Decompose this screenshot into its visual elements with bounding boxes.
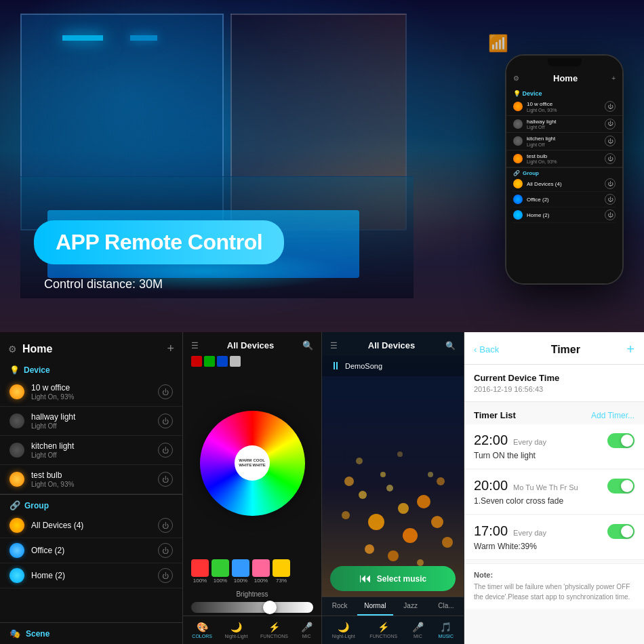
ss1-power-0[interactable]: ⏻ bbox=[158, 384, 173, 399]
ss4-current-device-time: 2016-12-19 16:56:43 bbox=[474, 385, 635, 393]
ss4-toggle-thumb-2 bbox=[621, 525, 633, 538]
phone-device-3: test bulb Light On, 93% ⏻ bbox=[506, 150, 622, 168]
phone-group-power-home[interactable]: ⏻ bbox=[605, 209, 616, 220]
ss1-power-1[interactable]: ⏻ bbox=[158, 414, 173, 428]
phone-power-3[interactable]: ⏻ bbox=[605, 153, 616, 164]
swatch-green[interactable] bbox=[212, 559, 229, 577]
wheel-center: WARMWHITE COOLWHITE bbox=[235, 445, 270, 481]
ss2-nav-mic[interactable]: 🎤 MIC bbox=[301, 622, 313, 639]
phone-bulb-active bbox=[513, 102, 523, 111]
ss1-power-2[interactable]: ⏻ bbox=[158, 443, 173, 458]
ss4-back-button[interactable]: ‹ Back bbox=[474, 344, 499, 355]
ss1-device-2[interactable]: kitchen light Light Off ⏻ bbox=[0, 436, 182, 465]
swatch-red[interactable] bbox=[191, 559, 209, 577]
ss4-timer-desc-1: 1.Seven color cross fade bbox=[474, 496, 635, 506]
ss4-toggle-0[interactable] bbox=[607, 433, 635, 448]
ss1-group-home[interactable]: Home (2) ⏻ bbox=[0, 563, 182, 588]
phone-mockup: ⚙ Home + 💡 Device 10 w office Light On, … bbox=[505, 54, 624, 285]
phone-device-section: 💡 Device bbox=[506, 87, 622, 98]
ss3-nav-functions[interactable]: ⚡ FUNCTIONS bbox=[369, 622, 397, 639]
hero-subtitle: Control distance: 30M bbox=[44, 277, 163, 291]
ss4-timer-desc-0: Turn ON the light bbox=[474, 451, 635, 460]
phone-power-1[interactable]: ⏻ bbox=[605, 119, 616, 129]
phone-gear-icon: ⚙ bbox=[513, 75, 519, 82]
ss4-toggle-thumb-1 bbox=[621, 480, 633, 492]
ss2-mic-icon: 🎤 bbox=[301, 622, 313, 632]
ss1-title: Home bbox=[22, 343, 52, 355]
ss4-toggle-2[interactable] bbox=[607, 524, 635, 539]
ss3-music-icon: 🎵 bbox=[440, 622, 451, 632]
swatch-blue-pct: 100% bbox=[234, 578, 247, 584]
hero-title-box: APP Remote Control bbox=[34, 220, 284, 264]
ss3-pause-button[interactable]: ⏸ bbox=[330, 360, 341, 372]
ss3-genre-jazz[interactable]: Jazz bbox=[393, 597, 428, 616]
ss2-nav-nightlight[interactable]: 🌙 Night-Light bbox=[225, 622, 248, 639]
ss2-nav-colors[interactable]: 🎨 COLORS bbox=[192, 622, 212, 639]
ss2-brightness-label: Brightness bbox=[183, 589, 321, 599]
ss3-genre-rock[interactable]: Rock bbox=[322, 597, 357, 616]
screenshot-timer: ‹ Back Timer + Current Device Time 2016-… bbox=[464, 332, 644, 644]
ss4-add-timer-button[interactable]: Add Timer... bbox=[591, 411, 635, 420]
ss1-device-section: 💡 Device bbox=[0, 361, 182, 378]
ss3-select-music-button[interactable]: ⏮ Select music bbox=[330, 566, 456, 591]
phone-group-power-office[interactable]: ⏻ bbox=[605, 194, 616, 205]
ss4-note-text: The timer will be failure when 'physical… bbox=[474, 582, 635, 602]
ss1-group-all[interactable]: All Devices (4) ⏻ bbox=[0, 513, 182, 538]
ss1-group-office-bulb bbox=[9, 543, 24, 558]
rgb-red bbox=[191, 356, 202, 367]
ss3-nav-music[interactable]: 🎵 MUSIC bbox=[439, 622, 454, 639]
ss1-group-power-office[interactable]: ⏻ bbox=[158, 543, 173, 558]
ss1-group-power-home[interactable]: ⏻ bbox=[158, 568, 173, 583]
ss2-rgb-squares bbox=[183, 356, 321, 372]
ss2-nav-functions[interactable]: ⚡ FUNCTIONS bbox=[260, 622, 288, 639]
phone-power-2[interactable]: ⏻ bbox=[605, 136, 616, 146]
phone-power-0[interactable]: ⏻ bbox=[605, 101, 616, 112]
ss4-timer-list-header: Timer List Add Timer... bbox=[464, 402, 644, 424]
ss3-mic-label: MIC bbox=[414, 634, 422, 639]
ss1-scene-bar: 🎭 Scene bbox=[0, 622, 182, 644]
ss2-title: All Devices bbox=[227, 340, 274, 350]
ss1-device-3[interactable]: test bulb Light On, 93% ⏻ bbox=[0, 465, 182, 494]
ss1-group-power-all[interactable]: ⏻ bbox=[158, 518, 173, 533]
ss1-header: ⚙ Home + bbox=[0, 332, 182, 361]
ss2-search-icon[interactable]: 🔍 bbox=[302, 340, 313, 350]
phone-dev-name-0: 10 w office bbox=[527, 101, 605, 108]
wheel-warm-label: WARMWHITE bbox=[239, 458, 251, 467]
ss1-bulb-3 bbox=[9, 472, 24, 487]
ss4-plus-button[interactable]: + bbox=[626, 342, 635, 357]
phone-group-home: Home (2) ⏻ bbox=[513, 207, 616, 223]
ss4-header: ‹ Back Timer + bbox=[464, 332, 644, 365]
swatch-blue[interactable] bbox=[232, 559, 249, 577]
ss1-device-1[interactable]: hallway light Light Off ⏻ bbox=[0, 407, 182, 436]
ss3-nav-mic[interactable]: 🎤 MIC bbox=[412, 622, 424, 639]
ss1-power-3[interactable]: ⏻ bbox=[158, 472, 173, 487]
phone-dev-status-0: Light On, 93% bbox=[527, 108, 605, 113]
ss2-brightness-bar[interactable] bbox=[191, 602, 313, 613]
color-wheel-container: WARMWHITE COOLWHITE bbox=[183, 372, 321, 554]
ss3-search-icon[interactable]: 🔍 bbox=[445, 341, 456, 350]
wifi-signal-icon: 📶 bbox=[488, 34, 508, 53]
ss1-gear-icon[interactable]: ⚙ bbox=[8, 344, 17, 355]
phone-plus-icon: + bbox=[611, 75, 616, 82]
ss3-genre-classical[interactable]: Cla... bbox=[428, 597, 464, 616]
color-wheel[interactable]: WARMWHITE COOLWHITE bbox=[200, 411, 305, 516]
swatch-pink[interactable] bbox=[252, 559, 270, 577]
ss2-colors-label: COLORS bbox=[192, 634, 212, 639]
phone-bulb-active-3 bbox=[513, 154, 523, 163]
swatch-blue-col: 100% bbox=[232, 559, 249, 584]
phone-group-power-all[interactable]: ⏻ bbox=[605, 178, 616, 189]
ss1-plus-button[interactable]: + bbox=[167, 342, 174, 356]
ss3-nav-nightlight[interactable]: 🌙 Night-Light bbox=[332, 622, 355, 639]
ss1-device-icon: 💡 bbox=[9, 365, 20, 375]
ss1-device-0[interactable]: 10 w office Light On, 93% ⏻ bbox=[0, 378, 182, 407]
swatch-pink-pct: 100% bbox=[254, 578, 268, 584]
ss2-functions-icon: ⚡ bbox=[268, 622, 280, 632]
phone-group-icon: 🔗 bbox=[513, 170, 520, 176]
swatch-yellow[interactable] bbox=[273, 559, 290, 577]
ss4-toggle-1[interactable] bbox=[607, 479, 635, 494]
ss1-group-office[interactable]: Office (2) ⏻ bbox=[0, 538, 182, 563]
ss4-note-title: Note: bbox=[474, 571, 635, 579]
ss3-genre-normal[interactable]: Normal bbox=[357, 597, 393, 616]
ss2-brightness-thumb[interactable] bbox=[263, 601, 277, 614]
ss1-bulb-1 bbox=[9, 414, 24, 428]
